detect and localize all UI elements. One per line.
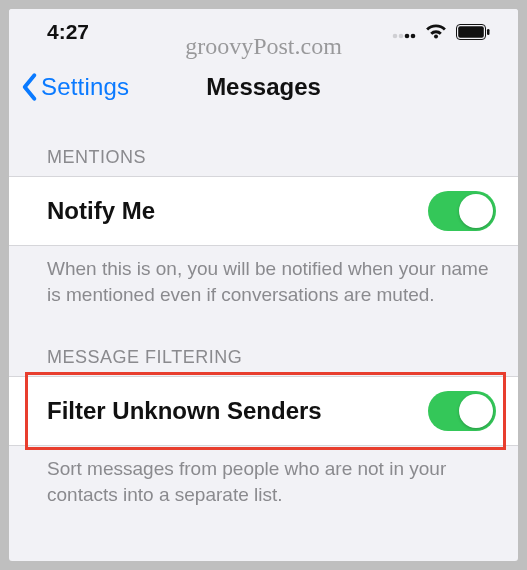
toggle-filter-unknown-senders[interactable] bbox=[428, 391, 496, 431]
toggle-notify-me[interactable] bbox=[428, 191, 496, 231]
row-label-notify-me: Notify Me bbox=[47, 197, 155, 225]
svg-point-3 bbox=[411, 34, 416, 39]
chevron-left-icon bbox=[19, 72, 39, 102]
cellular-signal-icon bbox=[392, 25, 416, 39]
svg-rect-6 bbox=[487, 29, 490, 35]
svg-rect-5 bbox=[458, 26, 484, 38]
section-footer-mentions: When this is on, you will be notified wh… bbox=[9, 246, 518, 307]
row-group-filtering: Filter Unknown Senders bbox=[9, 376, 518, 446]
section-footer-filtering: Sort messages from people who are not in… bbox=[9, 446, 518, 507]
battery-icon bbox=[456, 24, 490, 40]
row-filter-unknown-senders[interactable]: Filter Unknown Senders bbox=[9, 377, 518, 445]
status-bar: 4:27 bbox=[9, 9, 518, 55]
svg-point-1 bbox=[399, 34, 404, 39]
nav-bar: Settings Messages bbox=[9, 55, 518, 119]
back-label: Settings bbox=[41, 73, 129, 101]
svg-point-0 bbox=[393, 34, 398, 39]
row-notify-me[interactable]: Notify Me bbox=[9, 177, 518, 245]
wifi-icon bbox=[424, 23, 448, 41]
row-label-filter-unknown: Filter Unknown Senders bbox=[47, 397, 322, 425]
toggle-knob bbox=[459, 394, 493, 428]
row-group-mentions: Notify Me bbox=[9, 176, 518, 246]
status-time: 4:27 bbox=[47, 20, 89, 44]
content: MENTIONS Notify Me When this is on, you … bbox=[9, 119, 518, 561]
back-button[interactable]: Settings bbox=[19, 72, 129, 102]
settings-screen: 4:27 bbox=[9, 9, 518, 561]
svg-point-2 bbox=[405, 34, 410, 39]
section-header-mentions: MENTIONS bbox=[9, 119, 518, 176]
toggle-knob bbox=[459, 194, 493, 228]
page-title: Messages bbox=[206, 73, 321, 101]
section-header-filtering: MESSAGE FILTERING bbox=[9, 307, 518, 376]
status-indicators bbox=[392, 23, 490, 41]
